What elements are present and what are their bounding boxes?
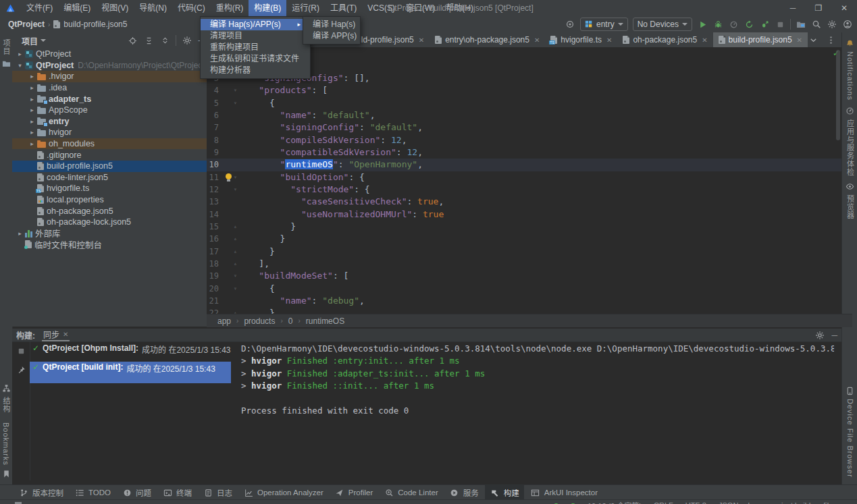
- tool-button-previewer-eye[interactable]: 预览器: [842, 181, 857, 219]
- line-ending[interactable]: CRLF: [654, 501, 673, 504]
- tree-item[interactable]: ▸外部库: [12, 228, 207, 240]
- tree-item[interactable]: ▸.idea: [12, 82, 207, 94]
- expand-all-icon[interactable]: [143, 35, 154, 46]
- chevron-down-icon[interactable]: [808, 34, 819, 45]
- tool-window-button-services[interactable]: 服务: [444, 485, 484, 500]
- menu-文件(F)[interactable]: 文件(F): [21, 0, 58, 16]
- editor-tab[interactable]: oh-package.json5✕: [617, 32, 712, 47]
- pin-icon[interactable]: [16, 364, 26, 375]
- close-button[interactable]: ✕: [831, 0, 857, 16]
- tool-window-button-hammer[interactable]: 构建: [485, 485, 524, 500]
- intention-bulb-icon[interactable]: [226, 173, 232, 181]
- attach-debug-icon[interactable]: [759, 19, 770, 30]
- menu-item-编译 Hap(s)[interactable]: 编译 Hap(s): [303, 19, 360, 30]
- editor-scrollbar[interactable]: [836, 50, 840, 140]
- build-task-row[interactable]: ✓QtProject [build init]: 成功的 在2025/1/3 1…: [30, 362, 231, 383]
- fold-collapse-icon[interactable]: ▿: [234, 97, 237, 109]
- menu-item-重新构建项目[interactable]: 重新构建项目: [201, 42, 310, 53]
- tool-window-button-terminal[interactable]: 终端: [157, 485, 197, 500]
- tree-item[interactable]: ▸AppScope: [12, 105, 207, 116]
- breadcrumb-project[interactable]: QtProject: [8, 20, 45, 29]
- crumb-runtimeos[interactable]: runtimeOS: [306, 316, 344, 326]
- menu-视图(V)[interactable]: 视图(V): [96, 0, 134, 16]
- fold-collapse-icon[interactable]: ▿: [234, 184, 237, 196]
- menu-item-编译 Hap(s)/APP(s)[interactable]: 编译 Hap(s)/APP(s)▸: [201, 19, 310, 30]
- fold-end-icon[interactable]: ▵: [234, 258, 237, 270]
- device-manager-icon[interactable]: [796, 19, 806, 30]
- maximize-button[interactable]: ❐: [806, 0, 831, 16]
- tree-item[interactable]: ▸.hvigor: [12, 71, 207, 82]
- gear-icon[interactable]: [182, 35, 192, 46]
- close-icon[interactable]: ✕: [797, 36, 802, 44]
- tool-window-button-log[interactable]: 日志: [198, 485, 237, 500]
- tool-button-structure[interactable]: 结构: [1, 383, 11, 413]
- device-selector[interactable]: No Devices: [633, 18, 692, 31]
- build-task-row[interactable]: ✓QtProject [Ohpm Install]: 成功的 在2025/1/3…: [30, 343, 234, 356]
- crumb-index[interactable]: 0: [288, 316, 293, 326]
- fold-collapse-icon[interactable]: ▿: [234, 171, 237, 184]
- profiler-gray-icon[interactable]: [728, 19, 739, 30]
- tree-item[interactable]: ▸hvigor: [12, 127, 207, 138]
- tree-item[interactable]: code-linter.json5: [12, 172, 207, 184]
- crumb-app[interactable]: app: [217, 316, 231, 326]
- kebab-icon[interactable]: [825, 34, 836, 45]
- menu-运行(R)[interactable]: 运行(R): [286, 0, 325, 16]
- tool-button-bookmarks[interactable]: Bookmarks: [1, 422, 11, 479]
- menu-构建(B)[interactable]: 构建(B): [249, 0, 286, 16]
- target-icon[interactable]: [565, 19, 575, 30]
- encoding[interactable]: UTF-8: [685, 501, 706, 504]
- tree-item[interactable]: ▸QtProject: [12, 49, 207, 60]
- close-icon[interactable]: ✕: [63, 331, 68, 338]
- menu-编辑(E)[interactable]: 编辑(E): [58, 0, 96, 16]
- collapse-all-icon[interactable]: [159, 35, 170, 46]
- tool-window-button-problems[interactable]: 问题: [117, 485, 156, 500]
- tree-item[interactable]: oh-package.json5: [12, 205, 207, 217]
- build-settings-gear-icon[interactable]: [815, 331, 825, 340]
- stop-icon[interactable]: [775, 19, 785, 30]
- tool-button-bell[interactable]: Notifications: [842, 38, 857, 101]
- tree-item[interactable]: ▾QtProjectD:\OpenHarmony\Project\QtProje…: [12, 60, 207, 72]
- tool-button-gauge[interactable]: 应用与服务体检: [842, 106, 857, 176]
- menu-导航(N)[interactable]: 导航(N): [134, 0, 172, 16]
- tool-window-button-inspector[interactable]: ArkUI Inspector: [525, 485, 602, 500]
- tree-item[interactable]: build-profile.json5: [12, 161, 207, 172]
- close-icon[interactable]: ✕: [534, 36, 540, 44]
- tool-window-button-profiler[interactable]: Profiler: [330, 485, 378, 500]
- tool-window-button-todo-list[interactable]: TODO: [70, 485, 115, 500]
- project-panel-title[interactable]: 项目: [22, 35, 38, 47]
- tree-item[interactable]: local.properties: [12, 194, 207, 206]
- menu-item-生成私钥和证书请求文件[interactable]: 生成私钥和证书请求文件: [201, 53, 310, 65]
- menu-重构(R)[interactable]: 重构(R): [211, 0, 249, 16]
- fold-end-icon[interactable]: ▵: [234, 307, 237, 314]
- editor-tab[interactable]: hvigorfile.ts✕: [545, 32, 617, 47]
- close-icon[interactable]: ✕: [702, 36, 707, 44]
- tree-item[interactable]: oh-package-lock.json5: [12, 217, 207, 228]
- locate-icon[interactable]: [127, 35, 138, 46]
- fold-end-icon[interactable]: ▵: [234, 246, 237, 258]
- fold-end-icon[interactable]: ▵: [234, 233, 237, 245]
- tree-item[interactable]: ▸entry: [12, 116, 207, 128]
- debug-icon[interactable]: [712, 19, 723, 30]
- code-editor[interactable]: 3 "signingConfigs": [],4▿ "products": [5…: [207, 47, 841, 314]
- fold-collapse-icon[interactable]: ▿: [234, 84, 237, 96]
- hide-panel-icon[interactable]: ─: [831, 331, 837, 340]
- json-schema[interactable]: JSON schema: project build profile: [719, 501, 833, 504]
- module-selector[interactable]: entry: [580, 18, 628, 31]
- breadcrumb-file[interactable]: build-profile.json5: [63, 20, 127, 29]
- tool-window-button-git-branch[interactable]: 版本控制: [14, 485, 68, 500]
- fold-end-icon[interactable]: ▵: [234, 221, 237, 233]
- gear-icon[interactable]: [827, 19, 837, 30]
- tool-button-project[interactable]: 项目: [0, 39, 12, 69]
- menu-item-清理项目[interactable]: 清理项目: [201, 30, 310, 42]
- menu-代码(C)[interactable]: 代码(C): [172, 0, 211, 16]
- menu-item-编译 APP(s)[interactable]: 编译 APP(s): [303, 30, 360, 42]
- tool-window-button-chart[interactable]: Operation Analyzer: [238, 485, 328, 500]
- editor-tab[interactable]: entry\oh-package.json5✕: [430, 32, 545, 47]
- stop-icon[interactable]: [16, 345, 26, 356]
- rerun-icon[interactable]: [744, 19, 754, 30]
- tool-window-button-linter[interactable]: Code Linter: [379, 485, 442, 500]
- crumb-products[interactable]: products: [244, 316, 275, 326]
- editor-tab[interactable]: build-profile.json5✕: [713, 32, 808, 47]
- fold-collapse-icon[interactable]: ▿: [234, 283, 237, 295]
- tree-item[interactable]: hvigorfile.ts: [12, 183, 207, 194]
